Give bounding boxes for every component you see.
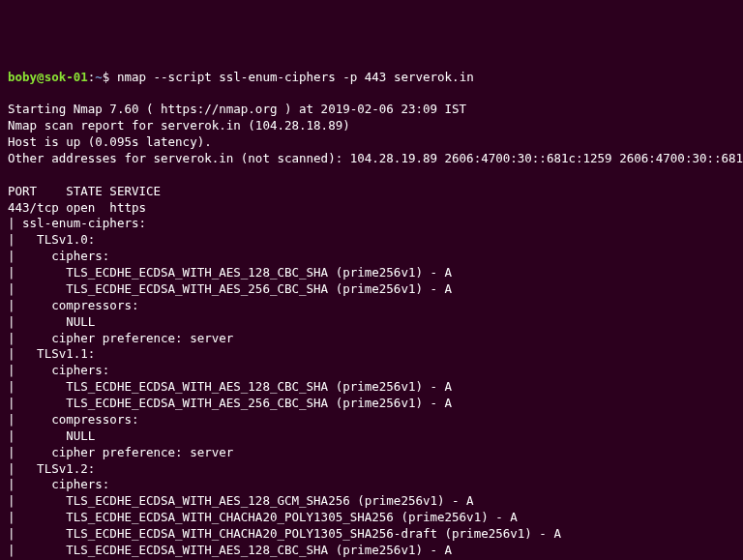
script-output: | cipher preference: server: [8, 331, 233, 345]
port-header: PORT STATE SERVICE: [8, 184, 161, 198]
script-output: | ssl-enum-ciphers:: [8, 216, 154, 230]
blank-line: [8, 167, 15, 182]
script-output: | NULL: [8, 314, 95, 329]
script-output: | TLS_ECDHE_ECDSA_WITH_AES_128_GCM_SHA25…: [8, 493, 474, 508]
script-output: | TLS_ECDHE_ECDSA_WITH_CHACHA20_POLY1305…: [8, 510, 518, 524]
script-output: | TLS_ECDHE_ECDSA_WITH_AES_128_CBC_SHA (…: [8, 379, 452, 394]
script-output: | TLS_ECDHE_ECDSA_WITH_AES_256_CBC_SHA (…: [8, 396, 452, 410]
prompt-line-1: boby@sok-01:~$ nmap --script ssl-enum-ci…: [8, 70, 474, 84]
other-addresses: Other addresses for serverok.in (not sca…: [8, 151, 743, 165]
script-output: | ciphers:: [8, 363, 117, 377]
prompt-path: ~: [95, 70, 103, 84]
script-output: | TLS_ECDHE_ECDSA_WITH_AES_128_CBC_SHA (…: [8, 543, 452, 557]
prompt-userhost: boby@sok-01: [8, 70, 88, 84]
command-text[interactable]: nmap --script ssl-enum-ciphers -p 443 se…: [117, 70, 474, 84]
script-output: | compressors:: [8, 298, 146, 312]
port-line: 443/tcp open https: [8, 200, 146, 215]
script-output: | TLSv1.0:: [8, 232, 103, 247]
nmap-start: Starting Nmap 7.60 ( https://nmap.org ) …: [8, 102, 466, 116]
script-output: | TLS_ECDHE_ECDSA_WITH_AES_128_CBC_SHA (…: [8, 265, 452, 280]
host-up: Host is up (0.095s latency).: [8, 134, 212, 149]
script-output: | ciphers:: [8, 249, 117, 263]
script-output: | NULL: [8, 428, 95, 443]
script-output: | cipher preference: server: [8, 445, 233, 459]
scan-report: Nmap scan report for serverok.in (104.28…: [8, 118, 350, 133]
script-output: | TLS_ECDHE_ECDSA_WITH_CHACHA20_POLY1305…: [8, 526, 561, 541]
blank-line: [8, 85, 15, 100]
script-output: | TLSv1.1:: [8, 346, 103, 361]
script-output: | ciphers:: [8, 477, 117, 491]
script-output: | TLS_ECDHE_ECDSA_WITH_AES_256_CBC_SHA (…: [8, 281, 452, 296]
script-output: | compressors:: [8, 412, 146, 427]
script-output: | TLSv1.2:: [8, 461, 103, 476]
prompt-dollar: $: [103, 70, 117, 84]
